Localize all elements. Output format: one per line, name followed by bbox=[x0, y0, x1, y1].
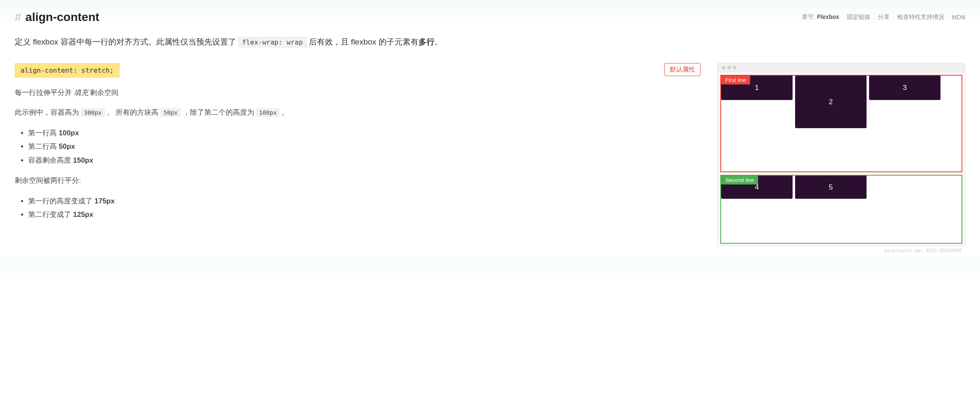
chapter-label: 章节: Flexbox bbox=[802, 13, 839, 21]
title-wrap: # align-content bbox=[15, 11, 99, 24]
page-header: # align-content 章节: Flexbox 固定链接 分享 检查特性… bbox=[15, 11, 965, 24]
left-column: align-content: stretch; 默认属性 每一行拉伸平分并 填充… bbox=[15, 63, 701, 246]
demo-body: First line 1 2 3 Second line 4 5 bbox=[718, 72, 965, 245]
intro-code: flex-wrap: wrap bbox=[238, 37, 307, 47]
mid-text: 剩余空间被两行平分: bbox=[15, 175, 701, 187]
mdn-link[interactable]: MDN bbox=[952, 14, 965, 21]
demo-box-2: 2 bbox=[795, 76, 867, 128]
intro-text: 定义 flexbox 容器中每一行的对齐方式。此属性仅当预先设置了 flex-w… bbox=[15, 36, 965, 48]
default-badge: 默认属性 bbox=[664, 63, 701, 76]
permalink-link[interactable]: 固定链接 bbox=[847, 13, 870, 21]
desc-line-1: 每一行拉伸平分并 填充 剩余空间 bbox=[15, 87, 701, 99]
top-links: 章节: Flexbox 固定链接 分享 检查特性支持情况 MDN bbox=[802, 13, 965, 21]
list-item: 第二行变成了 125px bbox=[28, 208, 701, 221]
first-line-label: First line bbox=[721, 76, 750, 84]
first-line-box: First line 1 2 3 bbox=[720, 75, 962, 172]
property-row: align-content: stretch; 默认属性 bbox=[15, 63, 701, 78]
list-item: 第一行高 100px bbox=[28, 126, 701, 140]
desc-line-2: 此示例中，容器高为 300px 。 所有的方块高 50px ，除了第二个的高度为… bbox=[15, 107, 701, 119]
demo-window: First line 1 2 3 Second line 4 5 bbox=[717, 63, 965, 246]
list-2: 第一行的高度变成了 175px 第二行变成了 125px bbox=[15, 195, 701, 222]
second-line-box: Second line 4 5 bbox=[720, 175, 962, 244]
demo-box-3: 3 bbox=[869, 76, 940, 100]
hash-icon: # bbox=[15, 11, 21, 24]
window-dot-icon bbox=[733, 66, 736, 69]
list-item: 第二行高 50px bbox=[28, 140, 701, 153]
property-code: align-content: stretch; bbox=[15, 63, 120, 78]
list-item: 容器剩余高度 150px bbox=[28, 154, 701, 167]
second-line-label: Second line bbox=[721, 176, 758, 184]
window-dot-icon bbox=[722, 66, 725, 69]
watermark: qingruanit.net 0532-85025005 bbox=[884, 248, 962, 253]
window-titlebar bbox=[718, 63, 965, 72]
list-item: 第一行的高度变成了 175px bbox=[28, 195, 701, 208]
window-dot-icon bbox=[727, 66, 731, 69]
compat-link[interactable]: 检查特性支持情况 bbox=[897, 13, 944, 21]
boxes-row: 1 2 3 bbox=[721, 76, 962, 128]
page-title: align-content bbox=[26, 11, 100, 24]
share-link[interactable]: 分享 bbox=[878, 13, 890, 21]
right-column: First line 1 2 3 Second line 4 5 qingrua… bbox=[717, 63, 965, 246]
demo-box-5: 5 bbox=[795, 176, 867, 199]
list-1: 第一行高 100px 第二行高 50px 容器剩余高度 150px bbox=[15, 126, 701, 167]
content-row: align-content: stretch; 默认属性 每一行拉伸平分并 填充… bbox=[15, 63, 965, 246]
